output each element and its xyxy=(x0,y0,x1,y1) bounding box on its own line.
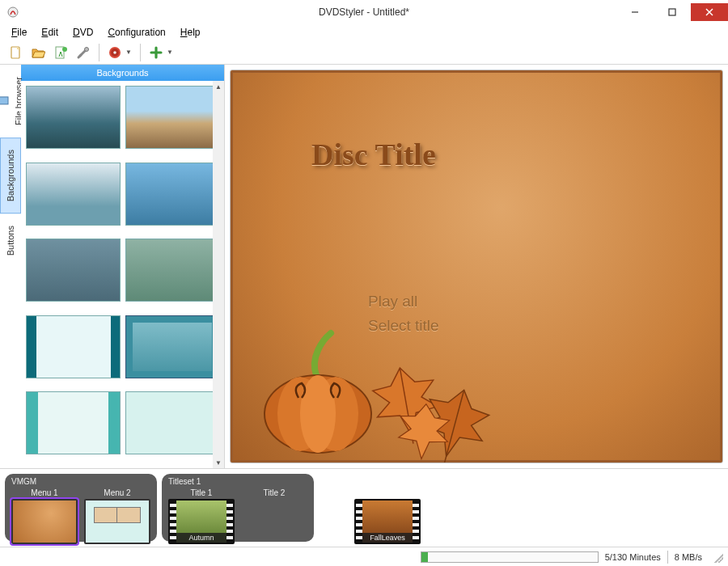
resize-grip-icon[interactable] xyxy=(712,551,723,563)
timeline-item-label: Title 2 xyxy=(264,488,286,497)
bg-thumb[interactable] xyxy=(125,86,220,149)
svg-point-7 xyxy=(62,47,67,52)
toolbar: ▼ ▼ xyxy=(0,40,728,65)
minutes-label: 5/130 Minutes xyxy=(605,552,661,562)
timeline-item[interactable]: Title 2 FallLeaves xyxy=(241,488,307,544)
timeline-caption: FallLeaves xyxy=(362,533,413,543)
menubar: File Edit DVD Configuration Help xyxy=(0,24,728,40)
app-icon xyxy=(6,6,19,19)
scroll-down-icon[interactable]: ▼ xyxy=(213,457,224,468)
menu-configuration[interactable]: Configuration xyxy=(103,25,170,40)
settings-button[interactable] xyxy=(73,42,94,63)
sidetab-buttons[interactable]: Buttons xyxy=(0,213,21,268)
toolbar-separator xyxy=(140,44,141,61)
timeline-item[interactable]: Title 1 Autumn xyxy=(168,488,235,544)
add-dropdown-icon[interactable]: ▼ xyxy=(167,49,173,56)
open-button[interactable] xyxy=(28,42,49,63)
toolbar-separator xyxy=(99,44,99,61)
menu-edit[interactable]: Edit xyxy=(36,25,63,40)
bg-thumb[interactable] xyxy=(125,391,220,454)
scroll-track[interactable] xyxy=(213,92,224,457)
capacity-bar-fill xyxy=(421,552,429,562)
timeline-group-vmgm[interactable]: VMGM Menu 1 Menu 2 xyxy=(5,474,157,542)
add-button[interactable] xyxy=(146,42,167,63)
timeline[interactable]: VMGM Menu 1 Menu 2 Titleset 1 Title 1 Au… xyxy=(0,469,728,547)
timeline-item-label: Menu 1 xyxy=(31,488,57,497)
timeline-group-title: Titleset 1 xyxy=(168,477,307,486)
window-title: DVDStyler - Untitled* xyxy=(319,6,409,18)
bg-thumb[interactable] xyxy=(125,163,220,226)
svg-rect-12 xyxy=(0,97,8,104)
timeline-item[interactable]: Menu 1 xyxy=(11,488,78,544)
close-button[interactable] xyxy=(691,3,728,21)
timeline-group-title: VMGM xyxy=(11,477,150,486)
sidetab-backgrounds[interactable]: Backgrounds xyxy=(0,137,21,213)
window-controls xyxy=(616,3,728,21)
bg-thumb[interactable] xyxy=(26,391,121,454)
svg-point-8 xyxy=(85,47,89,51)
bitrate-label: 8 MB/s xyxy=(675,552,702,562)
bg-thumb[interactable] xyxy=(26,86,121,149)
bg-thumb[interactable] xyxy=(26,315,121,378)
timeline-thumb[interactable]: FallLeaves xyxy=(354,499,421,544)
burn-button[interactable] xyxy=(104,42,125,63)
bg-thumb[interactable] xyxy=(26,163,121,226)
timeline-thumb[interactable] xyxy=(11,499,78,544)
timeline-item[interactable]: Menu 2 xyxy=(84,488,150,544)
folder-icon xyxy=(0,95,9,107)
backgrounds-panel: Backgrounds ▲ ▼ xyxy=(21,65,225,468)
bg-thumb[interactable] xyxy=(125,239,220,302)
leaves-graphic xyxy=(344,357,530,463)
save-button[interactable] xyxy=(50,42,71,63)
titlebar: DVDStyler - Untitled* xyxy=(0,0,728,24)
timeline-group-titleset[interactable]: Titleset 1 Title 1 Autumn Title 2 FallLe… xyxy=(162,474,314,542)
main-area: File browser Backgrounds Buttons Backgro… xyxy=(0,65,728,469)
side-tabs: File browser Backgrounds Buttons xyxy=(0,65,21,468)
bg-scrollbar[interactable]: ▲ ▼ xyxy=(213,81,224,468)
backgrounds-header: Backgrounds xyxy=(21,65,224,81)
sidetab-label: Backgrounds xyxy=(6,150,15,201)
timeline-item-label: Menu 2 xyxy=(104,488,130,497)
burn-dropdown-icon[interactable]: ▼ xyxy=(125,49,132,56)
play-all-button[interactable]: Play all xyxy=(368,293,417,310)
sidetab-filebrowser[interactable]: File browser xyxy=(0,65,21,137)
capacity-bar xyxy=(421,551,599,563)
sidetab-label: Buttons xyxy=(6,226,15,256)
svg-rect-2 xyxy=(669,9,675,15)
preview-pane: Disc Title Play all Select title xyxy=(225,65,728,468)
disc-title-text[interactable]: Disc Title xyxy=(311,137,436,172)
menu-file[interactable]: File xyxy=(6,25,32,40)
minimize-button[interactable] xyxy=(616,3,654,21)
timeline-item-label: Title 1 xyxy=(191,488,213,497)
menu-dvd[interactable]: DVD xyxy=(68,25,98,40)
new-button[interactable] xyxy=(5,42,26,63)
menu-preview[interactable]: Disc Title Play all Select title xyxy=(230,70,723,463)
svg-point-16 xyxy=(300,375,336,453)
timeline-caption: Autumn xyxy=(176,533,226,543)
bg-thumb[interactable] xyxy=(125,315,220,378)
menu-help[interactable]: Help xyxy=(176,25,205,40)
timeline-thumb[interactable] xyxy=(84,499,150,544)
maximize-button[interactable] xyxy=(654,3,691,21)
status-separator xyxy=(667,551,668,564)
backgrounds-grid: ▲ ▼ xyxy=(21,81,224,468)
bg-thumb[interactable] xyxy=(26,239,121,302)
svg-point-0 xyxy=(8,7,18,17)
timeline-thumb[interactable]: Autumn xyxy=(168,499,235,544)
statusbar: 5/130 Minutes 8 MB/s xyxy=(0,547,728,566)
svg-point-11 xyxy=(113,51,116,54)
scroll-up-icon[interactable]: ▲ xyxy=(213,81,224,92)
